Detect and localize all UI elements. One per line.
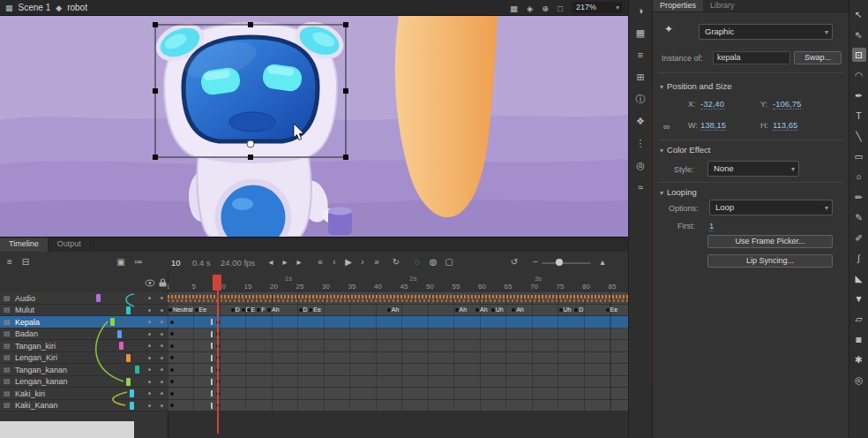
line-tool[interactable]: ╲ — [852, 129, 866, 143]
w-value[interactable]: 138,15 — [700, 120, 726, 131]
step-forward-icon[interactable]: ▸ — [293, 256, 305, 268]
transform-panel-icon[interactable]: ❖ — [636, 116, 645, 126]
y-value[interactable]: -106,75 — [773, 99, 801, 110]
lock-icon[interactable] — [159, 278, 167, 287]
layer-lock-dot[interactable] — [161, 357, 163, 359]
frame-row-lengan_kiri[interactable] — [168, 352, 628, 365]
layer-lock-dot[interactable] — [161, 333, 163, 336]
transformation-point[interactable] — [247, 140, 254, 147]
loop-options-select[interactable]: Loop ▾ — [709, 200, 833, 215]
eraser-tool[interactable]: ▱ — [852, 312, 866, 326]
reset-timeline-zoom-icon[interactable]: ↺ — [508, 256, 520, 268]
onion-skin-icon[interactable]: ◌ — [411, 256, 423, 268]
layer-lock-dot[interactable] — [161, 309, 163, 312]
frame-picker-panel-icon[interactable]: ≈ — [638, 182, 643, 193]
rectangle-tool[interactable]: ▭ — [852, 149, 866, 163]
frame-row-kaki_kanan[interactable] — [168, 400, 628, 412]
edit-scene-icon[interactable]: ▦ — [510, 4, 518, 13]
color-effect-section-header[interactable]: ▾Color Effect — [660, 145, 710, 155]
playhead-marker[interactable] — [213, 275, 221, 291]
frame-ruler[interactable]: 15101520253035404550556065707580851s2s3s — [168, 273, 628, 292]
use-frame-picker-button[interactable]: Use Frame Picker... — [707, 235, 833, 248]
zoom-tool[interactable]: ◎ — [852, 373, 866, 387]
symbol-breadcrumb[interactable]: robot — [67, 3, 87, 12]
layer-visibility-dot[interactable] — [148, 321, 151, 323]
free-transform-tool[interactable]: ⊡ — [852, 48, 866, 62]
layer-visibility-dot[interactable] — [148, 392, 151, 395]
frame-row-lengan_kanan[interactable] — [168, 376, 628, 389]
first-frame-value[interactable]: 1 — [709, 221, 714, 231]
pen-tool[interactable]: ✒ — [852, 88, 866, 102]
bone-tool[interactable]: ∫ — [852, 251, 866, 265]
go-to-last-frame-icon[interactable]: » — [370, 256, 383, 268]
layer-visibility-dot[interactable] — [148, 381, 151, 383]
x-value[interactable]: -32,40 — [700, 99, 724, 110]
layer-lock-dot[interactable] — [161, 297, 163, 299]
lasso-tool[interactable]: ◠ — [852, 68, 866, 82]
camera-toggle-icon[interactable]: ▣ — [115, 256, 127, 268]
timeline-menu-icon[interactable]: ≡ — [4, 256, 16, 268]
parenting-view-icon[interactable]: ≔ — [132, 256, 145, 268]
timeline-zoom-slider[interactable] — [542, 262, 591, 264]
frame-row-tangan_kanan[interactable] — [168, 364, 628, 376]
frame-row-kepala[interactable] — [168, 316, 628, 328]
timeline-zoom-knob[interactable] — [556, 259, 563, 266]
frame-rate-display[interactable]: 24.00 fps — [221, 258, 255, 268]
libraries-panel-icon[interactable]: ⊞ — [636, 72, 644, 82]
layer-lock-dot[interactable] — [161, 368, 163, 371]
loop-playback-icon[interactable]: ↻ — [390, 256, 402, 268]
layer-visibility-dot[interactable] — [148, 357, 151, 359]
go-to-first-frame-icon[interactable]: « — [314, 256, 326, 268]
edit-multiple-frames-icon[interactable]: ▢ — [443, 256, 455, 268]
frame-row-mulut[interactable]: NeutralEeDEEFAhDEeAhAhAhUhAhUhDEe — [168, 305, 628, 317]
frame-row-kaki_kiri[interactable] — [168, 388, 628, 400]
style-select[interactable]: None ▾ — [707, 161, 799, 177]
scene-breadcrumb[interactable]: Scene 1 — [19, 3, 51, 12]
swatches-panel-icon[interactable]: ▦ — [636, 27, 645, 38]
layer-visibility-dot[interactable] — [148, 368, 151, 371]
layer-lock-dot[interactable] — [161, 321, 163, 323]
layer-visibility-dot[interactable] — [148, 344, 151, 347]
layer-lock-dot[interactable] — [161, 381, 163, 383]
layer-lock-dot[interactable] — [161, 344, 163, 347]
align-panel-icon[interactable]: ≡ — [638, 49, 643, 60]
info-panel-icon[interactable]: ⓘ — [636, 94, 646, 104]
previous-frame-icon[interactable]: ‹ — [328, 256, 340, 268]
oval-tool[interactable]: ○ — [852, 170, 866, 184]
clip-content-icon[interactable]: □ — [557, 4, 563, 13]
timeline-zoom-out-icon[interactable]: − — [529, 256, 542, 268]
properties-tab-properties[interactable]: Properties — [653, 0, 703, 11]
text-tool[interactable]: T — [852, 109, 866, 123]
next-frame-icon[interactable]: › — [356, 256, 369, 268]
eye-icon[interactable] — [145, 279, 155, 287]
center-frame-icon[interactable]: ⊕ — [542, 4, 549, 13]
layer-lock-dot[interactable] — [161, 404, 163, 407]
lip-syncing-button[interactable]: Lip Syncing... — [707, 254, 833, 268]
frame-row-tangan_kiri[interactable] — [168, 340, 628, 352]
layer-visibility-dot[interactable] — [148, 333, 151, 336]
play-icon[interactable]: ▶ — [342, 256, 355, 268]
camera-tool[interactable]: ◙ — [852, 332, 866, 346]
timeline-scroll-area[interactable] — [0, 421, 134, 438]
stage-canvas[interactable] — [0, 16, 628, 237]
play-button-icon[interactable]: ▸ — [279, 256, 291, 268]
position-size-section-header[interactable]: ▾Position and Size — [660, 81, 731, 91]
swap-button[interactable]: Swap... — [794, 51, 842, 64]
delete-layer-icon[interactable]: ⊟ — [19, 256, 32, 268]
subselection-tool[interactable]: ⇖ — [852, 27, 866, 42]
brushes-panel-icon[interactable]: ⋮ — [636, 138, 646, 148]
layer-visibility-dot[interactable] — [148, 404, 151, 407]
edit-symbols-icon[interactable]: ◈ — [527, 4, 533, 13]
timeline-tab-timeline[interactable]: Timeline — [0, 238, 49, 252]
current-frame-display[interactable]: 10 — [171, 258, 181, 268]
paint-bucket-tool[interactable]: ◣ — [852, 271, 866, 285]
step-back-icon[interactable]: ◂ — [265, 256, 277, 268]
timeline-zoom-in-icon[interactable]: ▴ — [596, 256, 609, 268]
properties-tab-library[interactable]: Library — [703, 0, 742, 11]
frame-row-audio[interactable] — [168, 292, 628, 305]
brush-tool[interactable]: ✎ — [852, 210, 866, 224]
onion-skin-outlines-icon[interactable]: ◍ — [427, 256, 439, 268]
color-panel-icon[interactable]: ◑ — [638, 5, 644, 16]
layer-visibility-dot[interactable] — [148, 309, 151, 312]
layer-visibility-dot[interactable] — [148, 297, 151, 299]
